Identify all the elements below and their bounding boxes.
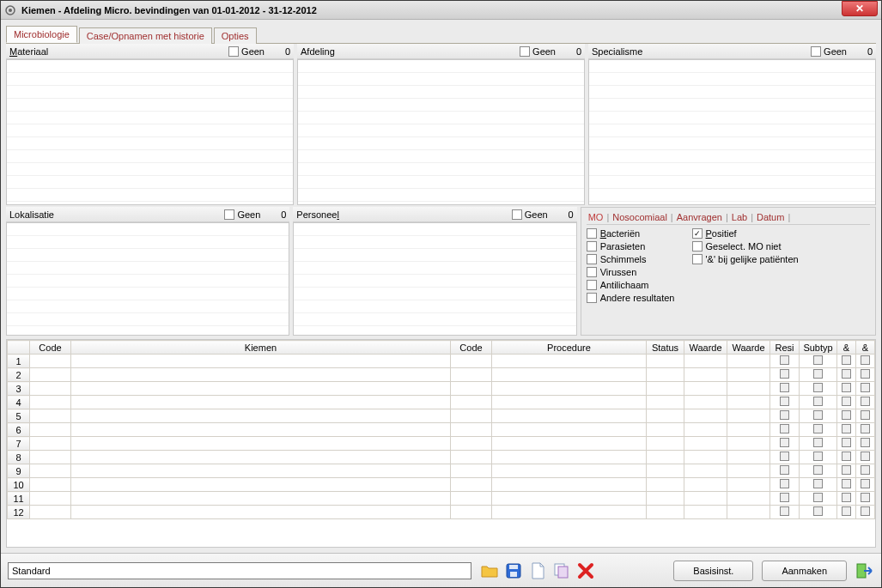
grid-cell[interactable] <box>451 355 492 368</box>
check-left-checkbox-5[interactable] <box>587 293 597 303</box>
grid-cell[interactable] <box>727 478 770 492</box>
check-left-checkbox-1[interactable] <box>587 241 597 252</box>
bool-box[interactable] <box>780 438 789 447</box>
check-right-checkbox-1[interactable] <box>692 241 703 252</box>
afdeling-geen-checkbox[interactable] <box>520 46 530 57</box>
grid-cell[interactable] <box>30 423 71 437</box>
grid-cell[interactable] <box>856 437 875 451</box>
bool-box[interactable] <box>861 493 870 502</box>
check-right-checkbox-0[interactable] <box>692 228 703 239</box>
grid-cell[interactable] <box>30 437 71 451</box>
bool-box[interactable] <box>813 410 823 420</box>
grid-cell[interactable] <box>684 478 727 492</box>
grid-cell[interactable] <box>800 478 837 492</box>
grid-cell[interactable] <box>71 492 451 506</box>
check-left-0[interactable]: Bacteriën <box>587 228 675 239</box>
grid-cell[interactable] <box>492 382 647 396</box>
grid-header-kiemen[interactable]: Kiemen <box>71 341 451 355</box>
grid-cell[interactable] <box>684 492 727 506</box>
grid-header-code2[interactable]: Code <box>451 341 492 355</box>
grid-header-code1[interactable]: Code <box>30 341 71 355</box>
grid-cell[interactable] <box>770 464 800 478</box>
table-row[interactable]: 3 <box>8 382 875 396</box>
grid-header-amp1[interactable]: & <box>837 341 856 355</box>
grid-cell[interactable] <box>856 492 875 506</box>
grid-header-procedure[interactable]: Procedure <box>492 341 647 355</box>
bool-box[interactable] <box>813 424 823 433</box>
materiaal-geen-checkbox[interactable] <box>228 46 239 57</box>
grid-cell[interactable] <box>837 368 856 382</box>
grid-cell[interactable] <box>647 451 684 464</box>
bool-box[interactable] <box>842 506 851 516</box>
results-grid[interactable]: Code Kiemen Code Procedure Status Waarde… <box>7 340 875 519</box>
grid-cell[interactable] <box>71 396 451 409</box>
grid-cell[interactable] <box>492 478 647 492</box>
bool-box[interactable] <box>780 452 789 461</box>
titlebar[interactable]: Kiemen - Afdeling Micro. bevindingen van… <box>1 1 881 20</box>
grid-cell[interactable] <box>856 451 875 464</box>
bool-box[interactable] <box>861 438 870 447</box>
grid-cell[interactable] <box>770 423 800 437</box>
bool-box[interactable] <box>842 465 851 475</box>
grid-cell[interactable] <box>770 478 800 492</box>
grid-cell[interactable] <box>856 382 875 396</box>
grid-cell[interactable] <box>30 506 71 519</box>
tab-microbiologie[interactable]: Microbiologie <box>6 26 77 43</box>
grid-cell[interactable] <box>856 464 875 478</box>
bool-box[interactable] <box>842 410 851 420</box>
bool-box[interactable] <box>780 369 789 379</box>
check-left-3[interactable]: Virussen <box>587 267 675 277</box>
grid-cell[interactable] <box>492 492 647 506</box>
tab-opties[interactable]: Opties <box>214 27 257 44</box>
grid-cell[interactable] <box>800 396 837 409</box>
grid-cell[interactable] <box>837 437 856 451</box>
bool-box[interactable] <box>813 397 823 406</box>
bool-box[interactable] <box>780 397 789 406</box>
table-row[interactable]: 7 <box>8 437 875 451</box>
grid-cell[interactable] <box>770 355 800 368</box>
grid-cell[interactable] <box>71 368 451 382</box>
grid-cell[interactable] <box>30 396 71 409</box>
bool-box[interactable] <box>861 355 870 365</box>
grid-cell[interactable] <box>30 368 71 382</box>
grid-cell[interactable] <box>451 451 492 464</box>
grid-cell[interactable] <box>727 451 770 464</box>
grid-cell[interactable] <box>770 382 800 396</box>
grid-cell[interactable] <box>837 506 856 519</box>
bool-box[interactable] <box>861 410 870 420</box>
grid-cell[interactable] <box>492 506 647 519</box>
subtab-mo[interactable]: MO <box>587 212 605 222</box>
grid-cell[interactable] <box>856 478 875 492</box>
grid-cell[interactable] <box>492 368 647 382</box>
grid-cell[interactable] <box>451 423 492 437</box>
grid-cell[interactable] <box>800 409 837 423</box>
grid-cell[interactable] <box>647 437 684 451</box>
grid-cell[interactable] <box>71 437 451 451</box>
grid-cell[interactable] <box>30 464 71 478</box>
bool-box[interactable] <box>813 506 823 516</box>
basisinst-button[interactable]: Basisinst. <box>673 561 753 581</box>
grid-header-subtyp[interactable]: Subtyp <box>800 341 837 355</box>
lokalisatie-geen-checkbox[interactable] <box>224 209 234 220</box>
bool-box[interactable] <box>861 506 870 516</box>
grid-cell[interactable] <box>71 423 451 437</box>
bool-box[interactable] <box>813 452 823 461</box>
grid-cell[interactable] <box>727 437 770 451</box>
bool-box[interactable] <box>861 383 870 392</box>
grid-cell[interactable] <box>837 382 856 396</box>
grid-cell[interactable] <box>837 423 856 437</box>
table-row[interactable]: 10 <box>8 478 875 492</box>
tab-case-opnamen[interactable]: Case/Opnamen met historie <box>79 27 212 44</box>
check-left-checkbox-4[interactable] <box>587 280 597 290</box>
grid-cell[interactable] <box>856 506 875 519</box>
table-row[interactable]: 4 <box>8 396 875 409</box>
grid-cell[interactable] <box>837 355 856 368</box>
grid-cell[interactable] <box>492 355 647 368</box>
grid-cell[interactable] <box>837 409 856 423</box>
table-row[interactable]: 1 <box>8 355 875 368</box>
grid-cell[interactable] <box>492 423 647 437</box>
grid-cell[interactable] <box>800 451 837 464</box>
grid-cell[interactable] <box>856 355 875 368</box>
grid-header-waarde2[interactable]: Waarde <box>727 341 770 355</box>
grid-cell[interactable] <box>647 423 684 437</box>
